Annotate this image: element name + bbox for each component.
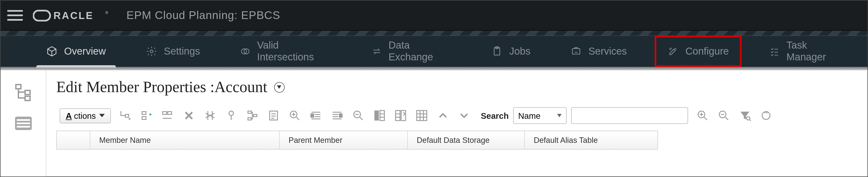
left-sidebar xyxy=(0,70,46,176)
exchange-icon xyxy=(372,46,382,57)
tasks-icon xyxy=(770,46,780,57)
svg-rect-31 xyxy=(380,111,384,121)
svg-point-3 xyxy=(150,50,153,53)
clipboard-icon xyxy=(491,46,502,57)
svg-rect-23 xyxy=(248,118,251,120)
nav-task-manager[interactable]: Task Manager xyxy=(757,36,857,67)
nav-label: Jobs xyxy=(509,46,530,57)
svg-rect-13 xyxy=(16,119,30,121)
nav-label: Settings xyxy=(164,46,200,57)
gear-icon xyxy=(146,46,157,57)
search-input[interactable] xyxy=(571,107,688,124)
navbar: Overview Settings Valid Intersections Da… xyxy=(0,36,867,67)
search-type-select[interactable]: Name xyxy=(513,107,567,124)
page-title-row: Edit Member Properties :Account xyxy=(56,78,867,96)
nav-services[interactable]: Services xyxy=(558,36,639,67)
svg-rect-16 xyxy=(125,115,129,117)
grid-view-button[interactable] xyxy=(11,111,35,135)
gradient-strip xyxy=(0,67,867,71)
refresh-icon[interactable] xyxy=(760,109,773,122)
svg-rect-34 xyxy=(417,111,427,121)
lock-icon[interactable] xyxy=(224,109,238,122)
svg-rect-27 xyxy=(311,114,314,117)
content: Edit Member Properties :Account Actions xyxy=(0,70,867,176)
services-icon xyxy=(570,46,582,57)
nav-label: Data Exchange xyxy=(389,40,451,63)
cut-icon[interactable] xyxy=(203,109,217,122)
search-zoom-out-icon[interactable] xyxy=(717,109,731,122)
svg-rect-11 xyxy=(25,96,30,100)
svg-rect-24 xyxy=(253,115,257,117)
page-title: Edit Member Properties :Account xyxy=(56,78,267,96)
th-member-name[interactable]: Member Name xyxy=(90,131,280,149)
tools-icon xyxy=(668,46,679,57)
actions-label: ctions xyxy=(74,111,96,120)
svg-text:RACLE: RACLE xyxy=(54,9,94,21)
zoom-out-icon[interactable] xyxy=(352,109,365,122)
svg-rect-9 xyxy=(16,85,21,89)
svg-rect-19 xyxy=(163,111,166,115)
oracle-logo: RACLE ® xyxy=(33,9,117,21)
svg-text:®: ® xyxy=(105,10,108,15)
svg-rect-22 xyxy=(248,111,251,113)
svg-point-37 xyxy=(747,117,750,120)
nav-settings[interactable]: Settings xyxy=(134,36,212,67)
search-zoom-in-icon[interactable] xyxy=(696,109,709,122)
unfreeze-icon[interactable] xyxy=(394,109,407,122)
add-sibling-icon[interactable] xyxy=(140,109,153,122)
nav-overview[interactable]: Overview xyxy=(34,36,118,67)
svg-rect-15 xyxy=(16,126,30,127)
svg-rect-18 xyxy=(142,117,146,120)
show-ancestors-icon[interactable] xyxy=(246,109,259,122)
table-settings-icon[interactable] xyxy=(415,109,429,122)
collapse-level-icon[interactable] xyxy=(309,109,322,122)
intersection-icon xyxy=(240,46,250,57)
th-parent-member[interactable]: Parent Member xyxy=(280,131,408,149)
filter-search-icon[interactable] xyxy=(738,109,752,122)
svg-rect-30 xyxy=(374,111,379,121)
freeze-icon[interactable] xyxy=(373,109,386,122)
svg-rect-32 xyxy=(396,111,400,121)
nav-label: Services xyxy=(588,46,627,57)
nav-label: Valid Intersections xyxy=(257,40,332,63)
search-type-value: Name xyxy=(518,111,540,120)
actions-prefix: A xyxy=(66,111,72,120)
topbar: RACLE ® EPM Cloud Planning: EPBCS xyxy=(0,0,867,30)
nav-label: Task Manager xyxy=(786,40,844,63)
svg-rect-10 xyxy=(25,91,30,95)
nav-configure[interactable]: Configure xyxy=(655,36,742,67)
th-default-alias-table[interactable]: Default Alias Table xyxy=(525,131,647,149)
nav-data-exchange[interactable]: Data Exchange xyxy=(359,36,464,67)
svg-rect-14 xyxy=(16,122,30,124)
svg-rect-0 xyxy=(33,10,50,21)
page-title-dropdown[interactable] xyxy=(274,82,284,92)
nav-label: Overview xyxy=(64,46,106,57)
th-expand[interactable] xyxy=(57,131,90,149)
rename-icon[interactable] xyxy=(161,109,175,122)
nav-valid-intersections[interactable]: Valid Intersections xyxy=(228,36,344,67)
move-down-icon[interactable] xyxy=(458,109,471,122)
move-up-icon[interactable] xyxy=(436,109,450,122)
expand-level-icon[interactable] xyxy=(330,109,344,122)
actions-menu-button[interactable]: Actions xyxy=(60,108,111,123)
nav-label: Configure xyxy=(685,46,729,57)
texture-strip xyxy=(0,31,867,36)
search-group: Search Name xyxy=(481,107,688,124)
th-default-data-storage[interactable]: Default Data Storage xyxy=(408,131,525,149)
delete-icon[interactable] xyxy=(182,109,196,122)
svg-rect-17 xyxy=(142,111,146,115)
hierarchy-view-button[interactable] xyxy=(11,80,35,104)
grid-header: Member Name Parent Member Default Data S… xyxy=(56,131,658,150)
add-child-icon[interactable] xyxy=(119,109,132,122)
search-label: Search xyxy=(481,111,509,120)
show-usage-icon[interactable] xyxy=(267,109,280,122)
svg-point-38 xyxy=(762,111,770,119)
zoom-in-icon[interactable] xyxy=(288,109,302,122)
svg-point-21 xyxy=(229,111,234,116)
main-area: Edit Member Properties :Account Actions xyxy=(46,70,868,176)
nav-jobs[interactable]: Jobs xyxy=(479,36,543,67)
toolbar: Actions Search xyxy=(56,107,867,131)
svg-rect-8 xyxy=(572,49,580,54)
svg-rect-28 xyxy=(339,114,342,117)
hamburger-menu[interactable] xyxy=(7,7,23,23)
